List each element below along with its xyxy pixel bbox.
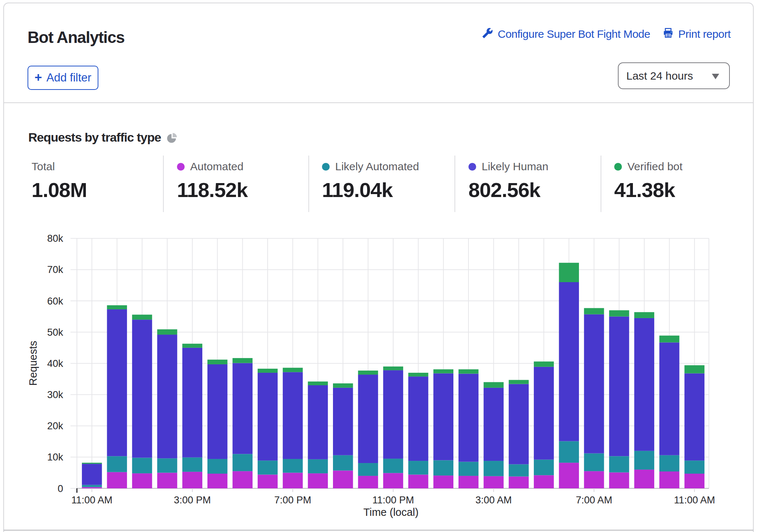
svg-text:70k: 70k bbox=[47, 264, 63, 275]
svg-text:11:00 PM: 11:00 PM bbox=[372, 495, 414, 506]
svg-text:7:00 AM: 7:00 AM bbox=[576, 495, 612, 506]
svg-text:0: 0 bbox=[58, 483, 63, 494]
svg-text:7:00 PM: 7:00 PM bbox=[274, 495, 311, 506]
svg-text:60k: 60k bbox=[47, 296, 63, 307]
svg-text:10k: 10k bbox=[47, 452, 63, 463]
svg-text:80k: 80k bbox=[47, 233, 63, 244]
svg-text:Time (local): Time (local) bbox=[363, 506, 419, 518]
svg-text:11:00 AM: 11:00 AM bbox=[674, 495, 715, 506]
svg-text:20k: 20k bbox=[47, 420, 63, 431]
svg-text:3:00 PM: 3:00 PM bbox=[174, 495, 211, 506]
svg-text:40k: 40k bbox=[47, 358, 63, 369]
svg-text:50k: 50k bbox=[47, 327, 63, 338]
svg-text:11:00 AM: 11:00 AM bbox=[71, 495, 112, 506]
svg-text:3:00 AM: 3:00 AM bbox=[475, 495, 512, 506]
svg-text:Requests: Requests bbox=[27, 341, 39, 386]
svg-text:30k: 30k bbox=[47, 389, 63, 400]
